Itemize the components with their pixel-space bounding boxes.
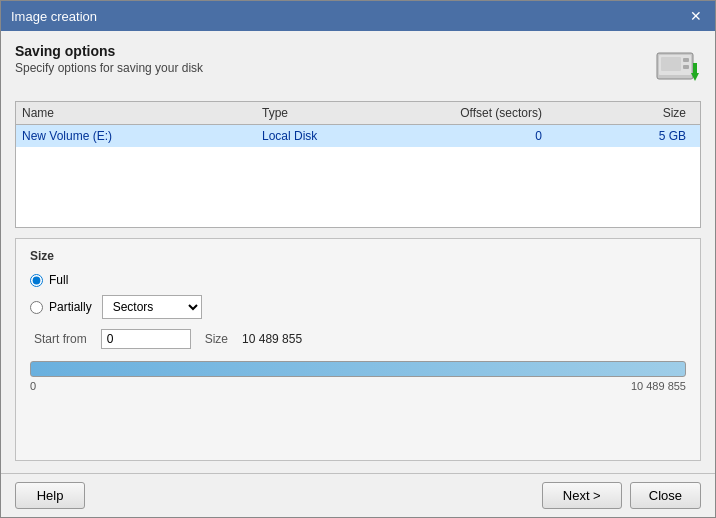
- disk-icon: [653, 43, 701, 91]
- table-empty-area: [16, 147, 700, 227]
- content-area: Saving options Specify options for savin…: [1, 31, 715, 473]
- partially-label: Partially: [49, 300, 92, 314]
- next-button[interactable]: Next >: [542, 482, 622, 509]
- close-button[interactable]: ✕: [687, 7, 705, 25]
- size-label: Size: [205, 332, 228, 346]
- range-input-row: Start from Size 10 489 855: [30, 329, 686, 349]
- size-section-title: Size: [30, 249, 686, 263]
- footer-right-buttons: Next > Close: [542, 482, 701, 509]
- header-section: Saving options Specify options for savin…: [15, 43, 701, 91]
- sectors-dropdown[interactable]: Sectors MB GB: [102, 295, 202, 319]
- dialog-title: Image creation: [11, 9, 97, 24]
- title-bar: Image creation ✕: [1, 1, 715, 31]
- volume-table: Name Type Offset (sectors) Size New Volu…: [15, 101, 701, 228]
- partially-radio[interactable]: [30, 301, 43, 314]
- dialog: Image creation ✕ Saving options Specify …: [0, 0, 716, 518]
- col-type: Type: [262, 106, 422, 120]
- full-radio[interactable]: [30, 274, 43, 287]
- svg-rect-3: [683, 58, 689, 62]
- svg-rect-2: [661, 57, 681, 71]
- full-radio-row: Full: [30, 273, 686, 287]
- table-header: Name Type Offset (sectors) Size: [16, 102, 700, 125]
- row-offset: 0: [422, 129, 582, 143]
- footer: Help Next > Close: [1, 473, 715, 517]
- header-text: Saving options Specify options for savin…: [15, 43, 203, 75]
- section-subtitle: Specify options for saving your disk: [15, 61, 203, 75]
- size-value: 10 489 855: [242, 332, 302, 346]
- svg-rect-6: [693, 63, 697, 75]
- partial-radio-row: Partially Sectors MB GB: [30, 295, 686, 319]
- slider-track[interactable]: [30, 361, 686, 377]
- col-name: Name: [22, 106, 262, 120]
- slider-min: 0: [30, 380, 36, 392]
- start-from-input[interactable]: [101, 329, 191, 349]
- start-from-label: Start from: [34, 332, 87, 346]
- close-dialog-button[interactable]: Close: [630, 482, 701, 509]
- col-offset: Offset (sectors): [422, 106, 582, 120]
- svg-rect-4: [683, 65, 689, 69]
- size-section: Size Full Partially Sectors MB GB Start …: [15, 238, 701, 461]
- row-name: New Volume (E:): [22, 129, 262, 143]
- slider-labels: 0 10 489 855: [30, 380, 686, 392]
- row-type: Local Disk: [262, 129, 422, 143]
- section-title: Saving options: [15, 43, 203, 59]
- col-size: Size: [582, 106, 694, 120]
- slider-container: 0 10 489 855: [30, 361, 686, 392]
- slider-max: 10 489 855: [631, 380, 686, 392]
- full-label: Full: [49, 273, 68, 287]
- table-row[interactable]: New Volume (E:) Local Disk 0 5 GB: [16, 125, 700, 147]
- help-button[interactable]: Help: [15, 482, 85, 509]
- row-size: 5 GB: [582, 129, 694, 143]
